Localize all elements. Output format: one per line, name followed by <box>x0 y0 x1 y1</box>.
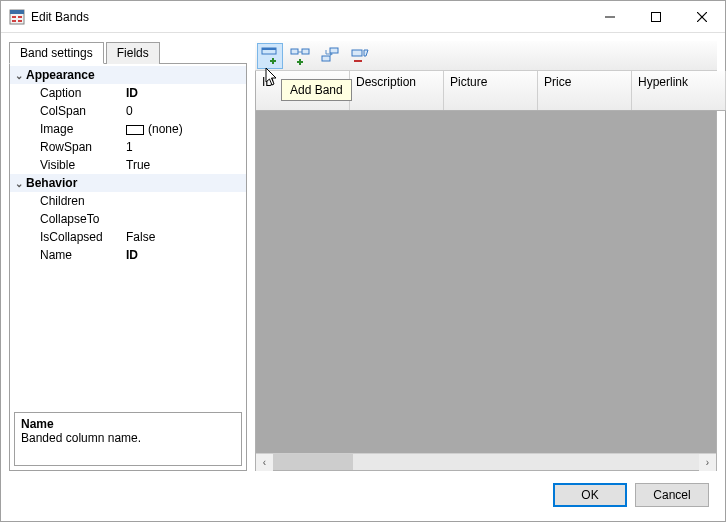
prop-image[interactable]: Image (none) <box>10 120 246 138</box>
prop-value[interactable]: True <box>122 158 246 172</box>
grid-body[interactable] <box>256 111 716 453</box>
chevron-down-icon[interactable]: ⌄ <box>12 178 26 189</box>
left-pane: Band settings Fields ⌄ Appearance Captio… <box>9 41 247 471</box>
prop-value[interactable]: 0 <box>122 104 246 118</box>
prop-caption[interactable]: Caption ID <box>10 84 246 102</box>
client-area: Band settings Fields ⌄ Appearance Captio… <box>1 33 725 521</box>
prop-children[interactable]: Children <box>10 192 246 210</box>
scroll-track[interactable] <box>273 454 699 470</box>
chevron-down-icon[interactable]: ⌄ <box>12 70 26 81</box>
close-button[interactable] <box>679 1 725 32</box>
property-description: Name Banded column name. <box>14 412 242 466</box>
horizontal-scrollbar[interactable]: ‹ › <box>256 453 716 470</box>
scroll-right-button[interactable]: › <box>699 454 716 471</box>
prop-value[interactable]: (none) <box>122 122 246 136</box>
add-child-band-button[interactable] <box>287 43 313 69</box>
svg-rect-11 <box>262 48 276 50</box>
image-value-text: (none) <box>148 122 183 136</box>
column-label: Price <box>544 75 571 89</box>
band-settings-panel: ⌄ Appearance Caption ID ColSpan 0 Imag <box>9 63 247 471</box>
add-band-button[interactable] <box>257 43 283 69</box>
column-label: Picture <box>450 75 487 89</box>
ok-button[interactable]: OK <box>553 483 627 507</box>
prop-value[interactable]: 1 <box>122 140 246 154</box>
prop-label: Visible <box>10 158 122 172</box>
dialog-footer: OK Cancel <box>9 471 717 513</box>
description-body: Banded column name. <box>21 431 235 445</box>
column-header-price[interactable]: Price <box>538 71 632 110</box>
svg-rect-4 <box>12 20 16 22</box>
prop-label: Caption <box>10 86 122 100</box>
prop-value[interactable]: ID <box>122 248 246 262</box>
column-header-description[interactable]: Description <box>350 71 444 110</box>
right-pane: Add Band ID Description Picture Price Hy… <box>255 41 717 471</box>
image-swatch-icon <box>126 125 144 135</box>
category-label: Behavior <box>26 176 77 190</box>
prop-label: Name <box>10 248 122 262</box>
category-behavior[interactable]: ⌄ Behavior <box>10 174 246 192</box>
scroll-left-button[interactable]: ‹ <box>256 454 273 471</box>
svg-rect-3 <box>18 16 22 18</box>
prop-value[interactable]: ID <box>122 86 246 100</box>
svg-rect-15 <box>302 49 309 54</box>
minimize-button[interactable] <box>587 1 633 32</box>
prop-label: Children <box>10 194 122 208</box>
maximize-button[interactable] <box>633 1 679 32</box>
prop-label: ColSpan <box>10 104 122 118</box>
scroll-thumb[interactable] <box>273 454 353 470</box>
tab-band-settings[interactable]: Band settings <box>9 42 104 64</box>
edit-bands-dialog: Edit Bands Band settings Fields <box>0 0 726 522</box>
prop-label: RowSpan <box>10 140 122 154</box>
tab-fields[interactable]: Fields <box>106 42 160 64</box>
prop-name[interactable]: Name ID <box>10 246 246 264</box>
prop-collapseto[interactable]: CollapseTo <box>10 210 246 228</box>
category-appearance[interactable]: ⌄ Appearance <box>10 66 246 84</box>
svg-rect-1 <box>10 10 24 14</box>
column-label: ID <box>262 75 274 89</box>
property-grid[interactable]: ⌄ Appearance Caption ID ColSpan 0 Imag <box>10 64 246 408</box>
svg-rect-7 <box>652 12 661 21</box>
bands-grid: ID Description Picture Price Hyperlink ‹… <box>255 71 717 471</box>
column-label: Description <box>356 75 416 89</box>
prop-colspan[interactable]: ColSpan 0 <box>10 102 246 120</box>
prop-label: Image <box>10 122 122 136</box>
window-controls <box>587 1 725 32</box>
svg-rect-19 <box>322 56 330 61</box>
svg-rect-18 <box>330 48 338 53</box>
band-toolbar: Add Band <box>255 41 717 71</box>
description-title: Name <box>21 417 235 431</box>
tabstrip: Band settings Fields <box>9 42 247 64</box>
prop-label: CollapseTo <box>10 212 122 226</box>
app-icon <box>9 9 25 25</box>
column-header-hyperlink[interactable]: Hyperlink <box>632 71 726 110</box>
svg-rect-2 <box>12 16 16 18</box>
column-header-picture[interactable]: Picture <box>444 71 538 110</box>
prop-label: IsCollapsed <box>10 230 122 244</box>
column-label: Hyperlink <box>638 75 688 89</box>
svg-rect-14 <box>291 49 298 54</box>
titlebar: Edit Bands <box>1 1 725 33</box>
category-label: Appearance <box>26 68 95 82</box>
prop-iscollapsed[interactable]: IsCollapsed False <box>10 228 246 246</box>
cancel-button[interactable]: Cancel <box>635 483 709 507</box>
insert-band-button[interactable] <box>317 43 343 69</box>
prop-visible[interactable]: Visible True <box>10 156 246 174</box>
tooltip-add-band: Add Band <box>281 79 352 101</box>
svg-rect-21 <box>352 50 362 56</box>
prop-rowspan[interactable]: RowSpan 1 <box>10 138 246 156</box>
remove-band-button[interactable] <box>347 43 373 69</box>
svg-rect-5 <box>18 20 22 22</box>
window-title: Edit Bands <box>31 10 89 24</box>
prop-value[interactable]: False <box>122 230 246 244</box>
